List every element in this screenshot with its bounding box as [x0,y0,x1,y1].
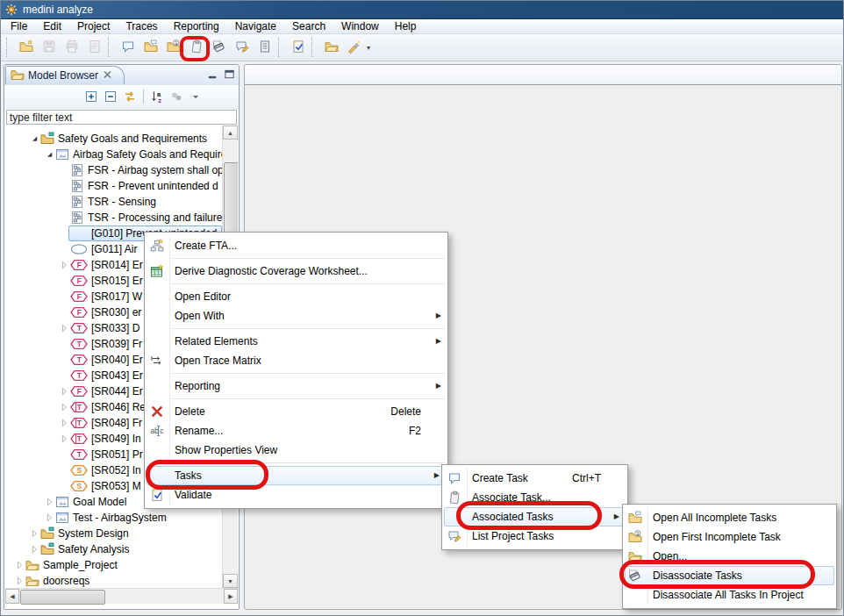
collapse-arrow-icon[interactable] [44,495,55,509]
open-trace-matrix-menu-item[interactable]: Open Trace Matrix [145,351,447,370]
list-project-tasks-menu-item[interactable]: List Project Tasks [442,526,627,546]
menubar-item-search[interactable]: Search [284,19,333,33]
reporting-menu-item[interactable]: Reporting▶ [145,376,447,396]
open-all-incomplete-tasks-toolbar-button[interactable] [140,37,161,58]
report-icon [88,39,102,56]
menubar-item-file[interactable]: File [3,19,35,33]
create-task-toolbar-button[interactable] [118,37,139,58]
tree-row-fsr-airbag-system-shall-op[interactable]: FSR - Airbag system shall op [5,162,222,178]
collapse-arrow-icon[interactable] [14,558,25,572]
svg-text:T: T [77,403,82,412]
chevron-down-icon[interactable]: ▾ [367,44,370,52]
open-all-incomplete-tasks-menu-item[interactable]: Open All Incomplete Tasks [623,508,836,527]
collapse-arrow-icon[interactable] [29,542,40,556]
maximize-icon[interactable] [224,68,235,80]
open-with-menu-item[interactable]: Open With▶ [145,306,447,326]
link-with-editor-toolbar-button[interactable] [344,37,365,58]
menu-item-shortcut: Delete [390,405,421,418]
related-elements-menu-item[interactable]: Related Elements▶ [145,332,447,351]
collapse-arrow-icon[interactable] [44,511,55,525]
validate-toolbar-button[interactable] [288,37,309,58]
link-with-editor-view-button[interactable] [120,87,139,106]
collapse-arrow-icon[interactable] [59,432,70,446]
horizontal-scrollbar[interactable]: ◀ ▶ [5,588,238,604]
collapse-arrow-icon[interactable] [59,416,70,430]
tree-row-safety-analysis[interactable]: Safety Analysis [5,541,222,557]
tree-row-tsr-processing-and-failure[interactable]: TSR - Processing and failure [5,210,222,226]
menu-item-label: Associated Tasks [472,511,554,523]
associated-tasks-menu-item[interactable]: Associated Tasks▶ [444,507,626,526]
sort-button[interactable]: az [147,87,167,106]
menubar-item-edit[interactable]: Edit [35,19,69,33]
menubar-item-window[interactable]: Window [333,19,387,33]
tree-row-doorsreqs[interactable]: doorsreqs [5,573,222,588]
expand-all-button[interactable] [82,87,101,106]
open-first-incomplete-task-menu-item[interactable]: 1Open First Incomplete Task [623,527,836,547]
create-task-menu-item[interactable]: Create TaskCtrl+T [442,469,627,488]
tree-row-airbag-safety-goals-and-require[interactable]: Airbag Safety Goals and Require [5,147,222,162]
collapse-arrow-icon[interactable] [29,526,40,541]
disassociate-tasks-menu-item[interactable]: Disassociate Tasks [625,566,834,585]
collapse-arrow-icon[interactable] [59,321,70,335]
delete-menu-item[interactable]: DeleteDelete [145,402,447,421]
associate-task-toolbar-button[interactable] [186,37,207,58]
disassociate-all-tasks-in-project-menu-item[interactable]: Disassociate All Tasks In Project [623,585,836,605]
tab-label: Model Browser [28,69,98,82]
show-properties-view-menu-item[interactable]: Show Properties View [145,441,447,460]
list-project-tasks-toolbar-button[interactable] [232,37,253,58]
scrollbar-thumb[interactable] [20,590,105,605]
requirement-icon [70,163,84,177]
menu-separator [145,460,447,466]
scrollbar-thumb[interactable] [224,162,238,234]
menubar-item-help[interactable]: Help [387,19,425,33]
rename-menu-item[interactable]: abcRename...F2 [145,421,447,441]
disassociate-tasks-toolbar-button[interactable] [209,37,230,58]
menubar-item-reporting[interactable]: Reporting [166,19,227,33]
new-wizard-toolbar-button[interactable] [16,37,37,58]
filter-input[interactable] [6,110,237,125]
scroll-down-icon[interactable]: ▼ [223,574,238,588]
scroll-up-icon[interactable]: ▲ [223,125,238,140]
tree-row-label: doorsreqs [43,575,89,587]
open-folder-icon [325,39,339,56]
collapse-all-button[interactable] [101,87,120,106]
scroll-right-icon[interactable]: ▶ [224,589,238,604]
tree-row-label: [SR048] Fr [91,417,142,429]
tree-row-sample-project[interactable]: Sample_Project [5,557,222,573]
view-menu-button[interactable] [186,87,205,106]
menubar-item-project[interactable]: Project [69,19,118,33]
collapse-arrow-icon[interactable] [14,574,25,588]
svg-text:T: T [77,450,82,459]
tree-row-safety-goals-and-requirements[interactable]: Safety Goals and Requirements [5,131,222,147]
create-fta-menu-item[interactable]: Create FTA... [145,236,447,255]
req-f-icon: F [70,258,88,272]
validate-icon [291,39,305,56]
minimize-icon[interactable] [207,68,218,80]
tasks-menu-item[interactable]: Tasks▶ [147,466,446,485]
project-icon [25,574,39,588]
validate-menu-item[interactable]: Validate [145,485,447,505]
tab-model-browser[interactable]: Model Browser [5,66,125,84]
associate-task-menu-item[interactable]: Associate Task... [442,488,627,507]
collapse-arrow-icon[interactable] [59,400,70,414]
open-resource-toolbar-button[interactable] [321,37,342,58]
menubar-item-traces[interactable]: Traces [118,19,165,33]
open-menu-item[interactable]: Open... [623,547,836,566]
derive-diagnostic-coverage-worksheet-menu-item[interactable]: Derive Diagnostic Coverage Worksheet... [145,261,447,281]
task-list-toolbar-button[interactable] [254,37,275,58]
menubar-item-navigate[interactable]: Navigate [227,19,284,33]
expand-arrow-icon[interactable] [29,132,40,146]
folder-icon [40,542,54,556]
tree-row-label: [SR044] Er [91,385,143,398]
open-first-incomplete-task-toolbar-button[interactable]: 1 [163,37,184,58]
tree-row-system-design[interactable]: System Design [5,526,222,541]
tree-row-tsr-sensing[interactable]: TSR - Sensing [5,194,222,210]
collapse-arrow-icon[interactable] [59,384,70,398]
collapse-arrow-icon[interactable] [59,258,70,272]
open-editor-menu-item[interactable]: Open Editor [145,287,447,306]
expand-arrow-icon[interactable] [44,147,55,161]
tree-row-fsr-prevent-unintended-d[interactable]: FSR - Prevent unintended d [5,178,222,194]
tree-row-test-airbagsystem[interactable]: Test - AirbagSystem [5,510,222,526]
scroll-left-icon[interactable]: ◀ [5,589,19,604]
close-icon[interactable] [102,68,113,84]
